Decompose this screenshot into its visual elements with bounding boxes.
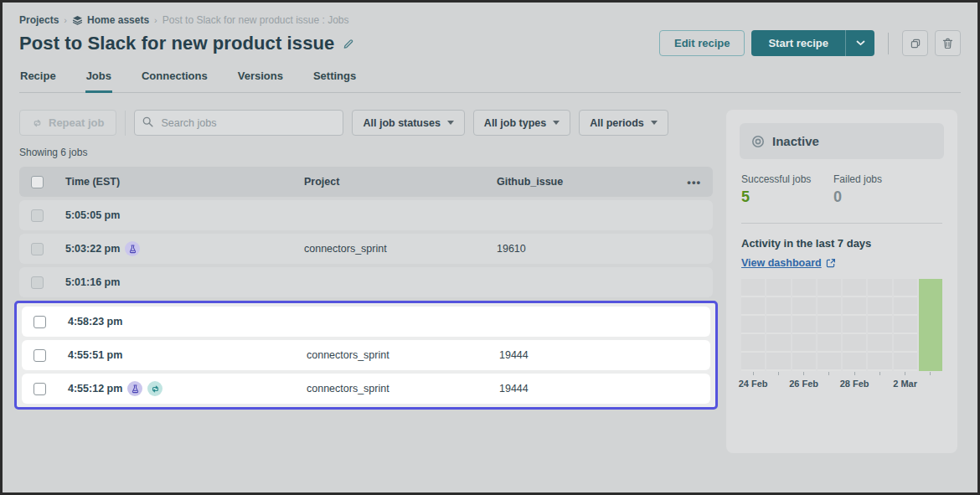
axis-label-cell — [868, 379, 891, 390]
chart-empty-column — [868, 279, 891, 371]
chart-empty-column — [766, 279, 790, 371]
filter-divider — [125, 111, 126, 136]
tab-versions[interactable]: Versions — [237, 70, 284, 93]
chart-empty-column — [843, 279, 866, 371]
tab-settings[interactable]: Settings — [312, 70, 357, 93]
activity-bar — [919, 279, 942, 371]
chevron-down-icon — [856, 40, 865, 46]
chevron-down-icon — [447, 121, 454, 125]
edit-title-pencil-icon[interactable] — [343, 38, 354, 49]
job-time: 5:01:16 pm — [65, 276, 120, 288]
tab-recipe[interactable]: Recipe — [19, 70, 57, 93]
job-github-issue: 19444 — [499, 349, 667, 361]
layers-icon — [72, 15, 83, 26]
axis-tick-label: 24 Feb — [739, 379, 768, 389]
axis-label-cell — [766, 379, 790, 390]
page-header: Projects › Home assets › Post to Slack f… — [3, 3, 977, 56]
job-row-checkbox[interactable] — [34, 349, 46, 362]
job-row-checkbox[interactable] — [31, 209, 44, 222]
job-time: 4:55:51 pm — [68, 349, 122, 361]
job-row[interactable]: 4:55:51 pmconnectors_sprint19444 — [22, 340, 710, 370]
inactive-status-icon — [751, 135, 765, 148]
panel-divider — [741, 223, 942, 224]
start-recipe-button[interactable]: Start recipe — [751, 30, 845, 56]
axis-label-cell — [919, 379, 942, 390]
chart-empty-column — [792, 279, 816, 371]
axis-tick — [919, 372, 942, 375]
axis-tick-label: 2 Mar — [893, 379, 917, 389]
jobs-rows: 5:05:05 pm5:03:22 pmconnectors_sprint196… — [19, 200, 713, 297]
job-row-checkbox[interactable] — [34, 316, 46, 328]
breadcrumb-folder[interactable]: Home assets — [72, 14, 149, 26]
search-jobs-input[interactable] — [134, 110, 343, 136]
axis-tick — [868, 372, 891, 375]
breadcrumb-folder-label: Home assets — [87, 14, 149, 26]
job-row[interactable]: 5:01:16 pm — [19, 267, 713, 297]
start-recipe-split-button: Start recipe — [751, 30, 874, 56]
test-job-flask-icon — [131, 384, 140, 394]
job-stats: Successful jobs 5 Failed jobs 0 — [726, 173, 957, 206]
job-row[interactable]: 5:03:22 pmconnectors_sprint19610 — [19, 234, 713, 264]
column-issue: Github_issue — [497, 176, 664, 188]
axis-label-cell: 2 Mar — [894, 379, 917, 390]
dropdown-label: All job statuses — [363, 117, 440, 129]
dropdown-all-job-statuses[interactable]: All job statuses — [352, 110, 464, 136]
highlight-box: 4:58:23 pm4:55:51 pmconnectors_sprint194… — [14, 301, 718, 410]
test-job-badge — [127, 381, 142, 396]
dropdown-all-periods[interactable]: All periods — [579, 110, 668, 136]
job-row-checkbox[interactable] — [31, 276, 44, 289]
chart-axis-labels: 24 Feb26 Feb28 Feb2 Mar — [741, 379, 942, 390]
job-row[interactable]: 4:55:12 pmconnectors_sprint19444 — [22, 374, 710, 404]
repeat-job-button[interactable]: Repeat job — [19, 110, 116, 136]
axis-label-cell: 24 Feb — [741, 379, 765, 390]
axis-tick-label: 28 Feb — [840, 379, 869, 389]
axis-label-cell: 26 Feb — [792, 379, 816, 390]
axis-tick — [818, 372, 841, 375]
job-time: 4:55:12 pm — [68, 383, 122, 394]
job-time: 4:58:23 pm — [68, 316, 122, 327]
job-github-issue: 19610 — [497, 243, 664, 255]
external-link-icon — [826, 258, 836, 268]
showing-count: Showing 6 jobs — [19, 147, 713, 158]
chart-empty-column — [894, 279, 917, 371]
view-dashboard-link[interactable]: View dashboard — [741, 257, 822, 269]
column-time: Time (EST) — [65, 176, 304, 188]
job-project: connectors_sprint — [307, 383, 499, 394]
column-project: Project — [304, 176, 497, 188]
edit-recipe-button[interactable]: Edit recipe — [659, 30, 745, 56]
test-job-badge — [125, 241, 140, 256]
select-all-checkbox[interactable] — [31, 176, 44, 188]
status-label: Inactive — [772, 134, 819, 148]
breadcrumb: Projects › Home assets › Post to Slack f… — [19, 14, 961, 26]
test-job-flask-icon — [128, 245, 137, 254]
start-recipe-dropdown-button[interactable] — [845, 30, 874, 56]
copy-recipe-button[interactable] — [902, 30, 928, 56]
chart-ticks — [741, 372, 942, 375]
successful-jobs-label: Successful jobs — [741, 173, 833, 185]
job-row[interactable]: 5:05:05 pm — [19, 200, 713, 230]
jobs-filter-bar: Repeat job All job statusesAll job types… — [19, 110, 713, 136]
tab-jobs[interactable]: Jobs — [85, 70, 112, 93]
job-time: 5:03:22 pm — [65, 243, 120, 255]
axis-tick — [894, 372, 917, 375]
activity-title: Activity in the last 7 days — [741, 237, 942, 250]
trash-icon — [942, 38, 953, 49]
tab-connections[interactable]: Connections — [141, 70, 209, 93]
search-jobs — [134, 110, 343, 136]
job-project: connectors_sprint — [307, 349, 499, 361]
axis-label-cell — [818, 379, 841, 390]
delete-recipe-button[interactable] — [935, 30, 961, 56]
job-row-checkbox[interactable] — [31, 243, 44, 255]
breadcrumb-projects[interactable]: Projects — [19, 14, 59, 26]
columns-menu-icon[interactable]: ••• — [664, 176, 713, 188]
job-row[interactable]: 4:58:23 pm — [22, 307, 710, 337]
page-title: Post to Slack for new product issue — [19, 33, 334, 54]
recipe-status-panel: Inactive Successful jobs 5 Failed jobs 0… — [726, 110, 957, 453]
repeat-job-label: Repeat job — [49, 116, 104, 129]
jobs-table-header: Time (EST) Project Github_issue ••• — [19, 167, 713, 197]
header-actions: Edit recipe Start recipe — [659, 30, 961, 56]
job-row-checkbox[interactable] — [34, 383, 46, 395]
job-time: 5:05:05 pm — [65, 209, 120, 221]
repeated-job-badge — [147, 381, 162, 396]
dropdown-all-job-types[interactable]: All job types — [473, 110, 570, 136]
